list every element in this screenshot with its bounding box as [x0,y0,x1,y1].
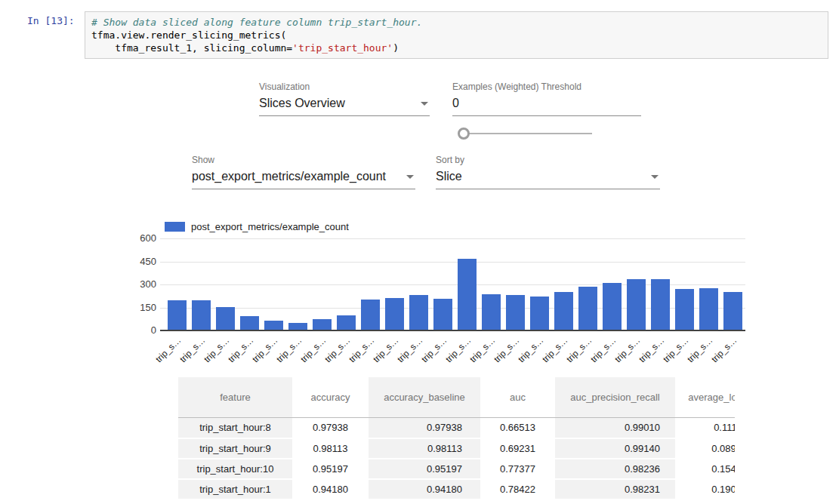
y-axis-tick-label: 150 [140,302,156,314]
metrics-table-container: featureaccuracyaccuracy_baselineaucauc_p… [178,377,735,504]
chart-bar[interactable] [192,300,211,330]
threshold-label: Examples (Weighted) Threshold [452,81,641,94]
table-cell: 0.95197 [369,459,480,479]
chart-bar[interactable] [554,292,573,330]
y-axis-tick-label: 300 [140,278,156,290]
chevron-down-icon [651,175,659,179]
visualization-label: Visualization [259,81,430,94]
chart-plot-area [160,238,745,330]
table-cell: 0.77377 [480,459,555,479]
chart-bar[interactable] [699,288,718,330]
metrics-table: featureaccuracyaccuracy_baselineaucauc_p… [178,377,735,500]
y-axis-tick-label: 0 [140,324,156,337]
column-header[interactable]: auc [480,377,555,418]
table-cell: 0.98113 [292,438,369,459]
table-cell: trip_start_hour:9 [178,438,292,459]
column-header[interactable]: auc_precision_recall [555,377,675,418]
table-row[interactable]: trip_start_hour:80.979380.979380.665130.… [178,418,735,438]
column-header[interactable]: accuracy_baseline [369,377,480,418]
code-line: ) [393,42,399,54]
chart-bar[interactable] [168,300,187,330]
legend-label: post_export_metrics/example_count [191,221,349,232]
chart-bar[interactable] [337,315,356,330]
table-cell: 0.66513 [480,418,555,438]
slider-handle[interactable] [458,128,470,140]
visualization-value: Slices Overview [259,97,345,110]
threshold-input[interactable]: Examples (Weighted) Threshold 0 [452,81,641,116]
chevron-down-icon [406,175,414,179]
table-cell: 0.69231 [480,438,555,459]
code-string: 'trip_start_hour' [292,42,393,54]
slices-bar-chart: post_export_metrics/example_count 015030… [140,217,804,368]
table-cell: 0.1111 [675,418,735,438]
table-cell: 0.1541 [675,459,735,479]
sort-label: Sort by [436,155,660,167]
column-header[interactable]: average_loss [675,377,735,418]
chart-bar[interactable] [288,323,307,330]
legend-color-swatch [165,222,185,232]
chart-bar[interactable] [216,307,235,330]
table-row[interactable]: trip_start_hour:10.941800.941800.784220.… [178,479,735,499]
table-cell: 0.99140 [555,438,675,459]
table-cell: 0.94180 [369,479,480,499]
column-header[interactable]: accuracy [292,377,369,418]
table-cell: 0.94180 [292,479,369,499]
show-label: Show [192,155,415,167]
input-prompt: In [13]: [27,15,75,26]
chart-bar[interactable] [603,283,622,330]
slider-track [464,133,592,134]
y-axis-tick-label: 450 [140,256,156,268]
code-cell[interactable]: # Show data sliced along feature column … [85,11,828,59]
sort-value: Slice [436,170,462,183]
x-axis-line [160,330,745,331]
chart-bar[interactable] [240,316,259,330]
table-cell: 0.99010 [555,418,675,438]
table-row[interactable]: trip_start_hour:100.951970.951970.773770… [178,459,735,479]
y-axis-tick-label: 600 [140,232,156,244]
table-row[interactable]: trip_start_hour:90.981130.981130.692310.… [178,438,735,459]
chart-bar[interactable] [264,321,283,330]
table-cell: trip_start_hour:10 [178,459,292,479]
column-header[interactable]: feature [178,377,292,418]
chevron-down-icon [421,102,428,106]
chart-bar[interactable] [530,297,549,330]
chart-bar[interactable] [409,295,428,330]
chart-bar[interactable] [675,289,694,330]
chart-bar[interactable] [578,287,597,330]
table-cell: 0.97938 [292,418,369,438]
chart-bar[interactable] [433,299,452,330]
chart-bar[interactable] [385,298,404,330]
table-cell: 0.1901 [675,479,735,499]
code-comment: # Show data sliced along feature column … [91,17,422,28]
chart-bar[interactable] [506,295,525,330]
table-cell: trip_start_hour:1 [178,479,292,499]
chart-bar[interactable] [627,279,646,330]
code-line: tfma_result_1, slicing_column= [91,42,292,54]
table-cell: 0.97938 [369,418,480,438]
table-cell: 0.98113 [369,438,480,459]
chart-bar[interactable] [313,319,332,330]
gridline [160,262,745,263]
table-cell: 0.98236 [555,459,675,479]
show-select[interactable]: Show post_export_metrics/example_count [192,155,415,189]
table-cell: 0.95197 [292,459,369,479]
table-cell: 0.0892 [675,438,735,459]
chart-bar[interactable] [458,259,477,330]
visualization-select[interactable]: Visualization Slices Overview [259,81,430,116]
table-cell: 0.98231 [555,479,675,499]
sort-select[interactable]: Sort by Slice [436,155,660,189]
show-value: post_export_metrics/example_count [192,170,386,183]
table-header-row: featureaccuracyaccuracy_baselineaucauc_p… [178,377,735,418]
threshold-value: 0 [452,97,459,110]
chart-bar[interactable] [361,300,380,330]
table-cell: trip_start_hour:8 [178,418,292,438]
chart-bar[interactable] [723,292,742,330]
chart-bar[interactable] [482,294,501,330]
threshold-slider[interactable] [458,128,592,140]
chart-bar[interactable] [651,279,670,330]
code-line: tfma.view.render_slicing_metrics( [91,29,286,41]
table-cell: 0.78422 [480,479,555,499]
gridline [160,238,745,239]
